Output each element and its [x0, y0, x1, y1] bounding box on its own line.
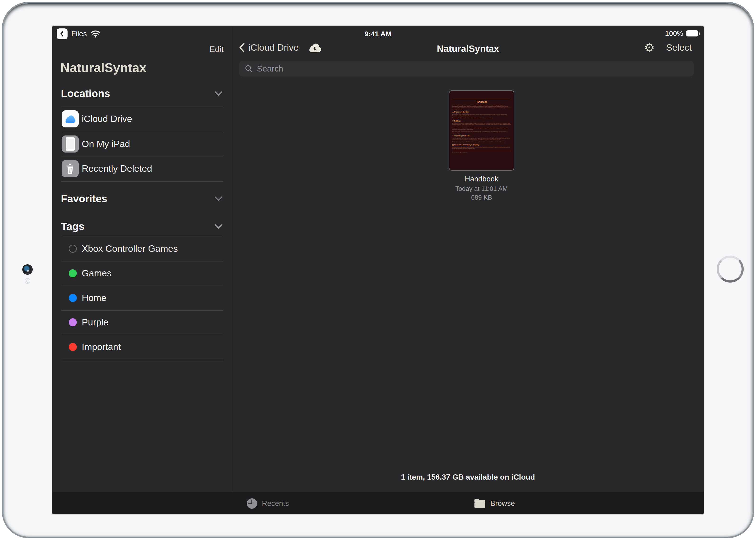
divider — [61, 132, 223, 132]
nav-right-actions: ⚙ Select — [644, 42, 692, 54]
favorites-header-label: Favorites — [61, 193, 107, 204]
doc-preview-footer: Thanks for using Natural Syntax! — [452, 152, 511, 153]
tab-recents-label: Recents — [262, 499, 289, 508]
folder-icon — [474, 498, 486, 509]
search-input[interactable] — [257, 64, 688, 73]
file-size: 689 KB — [449, 194, 514, 201]
clock-icon — [246, 498, 258, 509]
doc-preview-heading: ⬇ Importing ePub Files — [452, 135, 511, 137]
doc-preview-paragraph: You can import your own ePub files into … — [452, 138, 511, 140]
trash-icon — [62, 160, 79, 177]
sidebar-tag-xbox-controller-games[interactable]: Xbox Controller Games — [52, 237, 232, 260]
divider — [61, 286, 223, 286]
doc-preview-heading: ⚙ Settings — [452, 120, 511, 122]
divider — [61, 261, 223, 261]
doc-preview-heading: ▦ Lexical Color and Style Overlay — [452, 144, 511, 146]
tag-color-dot — [69, 245, 77, 253]
home-button — [717, 256, 744, 283]
tab-browse[interactable]: Browse — [474, 492, 515, 514]
icloud-drive-icon — [62, 110, 79, 127]
chevron-down-icon — [214, 223, 223, 229]
tag-label: Purple — [82, 317, 108, 328]
sidebar-tag-purple[interactable]: Purple — [52, 311, 232, 334]
sidebar-item-label: iCloud Drive — [82, 114, 132, 124]
doc-preview-title: Handbook — [452, 101, 511, 103]
doc-preview-paragraph: Please Note: The Discovery Service is on… — [452, 117, 511, 119]
search-bar[interactable] — [239, 61, 694, 76]
chevron-down-icon — [214, 90, 223, 97]
divider — [61, 310, 223, 311]
divider — [61, 236, 223, 236]
sidebar-tag-games[interactable]: Games — [52, 262, 232, 285]
favorites-section-header[interactable]: Favorites — [61, 193, 223, 204]
tag-color-dot — [69, 294, 77, 302]
ipad-icon — [62, 135, 79, 153]
locations-header-label: Locations — [61, 88, 110, 99]
doc-preview-paragraph: At the top right of both the file browse… — [452, 123, 511, 127]
divider — [61, 360, 223, 360]
sidebar-item-on-my-ipad[interactable]: On My iPad — [52, 133, 232, 155]
chevron-down-icon — [214, 196, 223, 202]
doc-preview-paragraph: Welcome to Natural Syntax, within it you… — [452, 104, 511, 110]
file-modified-date: Today at 11:01 AM — [449, 185, 514, 193]
doc-preview-heading: ☁ Discovery Service — [452, 111, 511, 113]
ambient-light-sensor — [25, 278, 30, 284]
sidebar: Edit NaturalSyntax Locations — [52, 26, 232, 492]
sidebar-tag-home[interactable]: Home — [52, 287, 232, 309]
select-button[interactable]: Select — [666, 42, 692, 53]
tag-label: Home — [82, 293, 106, 303]
sidebar-app-title: NaturalSyntax — [61, 60, 146, 75]
tags-section-header[interactable]: Tags — [61, 220, 223, 232]
tag-label: Games — [82, 268, 111, 279]
doc-preview-paragraph: At the top left of the file browser, you… — [452, 114, 511, 116]
gear-icon[interactable]: ⚙ — [644, 42, 655, 54]
divider — [61, 181, 223, 182]
items-summary: 1 item, 156.37 GB available on iCloud — [232, 473, 704, 481]
tags-header-label: Tags — [61, 220, 85, 232]
tab-recents[interactable]: Recents — [246, 492, 289, 514]
tag-color-dot — [69, 318, 77, 327]
tag-color-dot — [69, 343, 77, 351]
sidebar-tag-important[interactable]: Important — [52, 336, 232, 358]
edit-button[interactable]: Edit — [210, 45, 224, 54]
search-icon — [245, 65, 253, 73]
file-name: Handbook — [449, 175, 514, 183]
tab-bar: Recents Browse — [52, 492, 704, 514]
sidebar-item-recently-deleted[interactable]: Recently Deleted — [52, 157, 232, 180]
locations-section-header[interactable]: Locations — [61, 88, 223, 99]
doc-preview-paragraph: Pro tip: If you only have your ePub file… — [452, 141, 511, 143]
divider — [61, 335, 223, 336]
sidebar-item-label: On My iPad — [82, 139, 130, 149]
tab-browse-label: Browse — [490, 499, 515, 508]
file-browser-content: iCloud Drive NaturalSyntax ⚙ Select — [232, 26, 704, 492]
divider — [61, 107, 223, 107]
tag-label: Important — [82, 342, 121, 352]
sidebar-item-label: Recently Deleted — [82, 163, 152, 174]
sidebar-item-icloud-drive[interactable]: iCloud Drive — [52, 107, 232, 130]
file-item-handbook[interactable]: Handbook Welcome to Natural Syntax, with… — [449, 90, 514, 201]
doc-preview-paragraph: While you're reading your book, you can … — [452, 147, 511, 149]
files-app-screen: Files 9:41 AM 100% Edit NaturalSyntax Lo… — [52, 26, 704, 514]
tag-label: Xbox Controller Games — [82, 243, 178, 254]
front-camera — [22, 264, 33, 275]
ipad-device-mockup: Files 9:41 AM 100% Edit NaturalSyntax Lo… — [0, 0, 756, 540]
file-thumbnail: Handbook Welcome to Natural Syntax, with… — [449, 90, 514, 171]
folder-title: NaturalSyntax — [232, 44, 704, 54]
doc-preview-paragraph: Pro tip: a number of people like to setu… — [452, 127, 511, 130]
doc-preview-paragraph: Note: some of the customization options … — [452, 131, 511, 134]
tag-color-dot — [69, 269, 77, 277]
divider — [61, 157, 223, 157]
